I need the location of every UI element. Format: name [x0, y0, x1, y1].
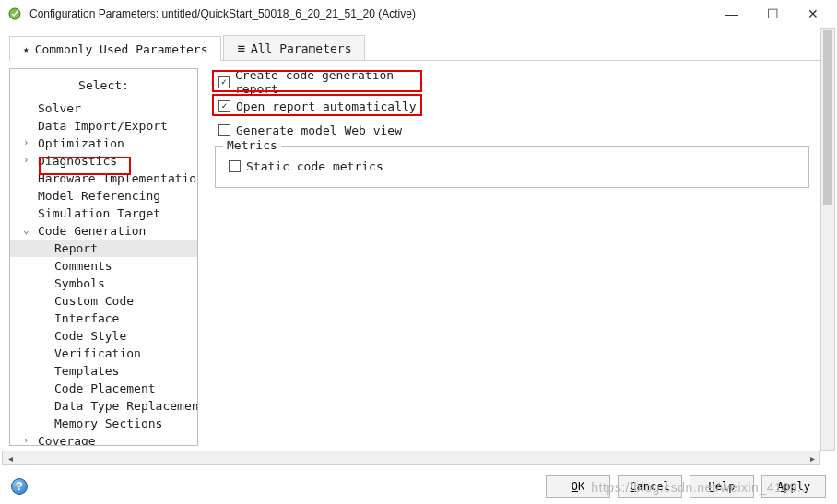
help-button[interactable]: Help: [690, 475, 754, 498]
checkbox-static-metrics[interactable]: [229, 160, 241, 172]
ok-button[interactable]: OK: [546, 475, 610, 498]
tree-item-label: Code Placement: [54, 381, 156, 395]
tree-item-label: Report: [54, 241, 98, 255]
horizontal-scrollbar[interactable]: ◂ ▸: [2, 451, 820, 465]
tree-item-label: Coverage: [38, 434, 96, 446]
scroll-thumb[interactable]: [823, 30, 832, 205]
checkbox-label: Create code generation report: [235, 68, 425, 96]
tree-item-code-placement[interactable]: Code Placement: [10, 380, 197, 397]
checkbox-create-report[interactable]: [218, 76, 230, 88]
window-title: Configuration Parameters: untitled/Quick…: [29, 7, 712, 20]
tree-item-model-referencing[interactable]: Model Referencing: [10, 187, 197, 205]
tree-item-custom-code[interactable]: Custom Code: [10, 292, 197, 310]
scroll-left-icon[interactable]: ◂: [3, 453, 18, 463]
scroll-right-icon[interactable]: ▸: [805, 453, 819, 463]
tree-item-label: Verification: [54, 346, 141, 360]
apply-button[interactable]: Apply: [761, 475, 826, 498]
sidebar-title: Select:: [10, 75, 197, 100]
tree-item-simulation-target[interactable]: Simulation Target: [10, 205, 197, 222]
chevron-right-icon: ›: [23, 434, 29, 446]
tree-item-memory-sections[interactable]: Memory Sections: [10, 415, 197, 432]
tree-item-label: Data Import/Export: [38, 119, 168, 133]
tree-item-label: Code Generation: [38, 224, 146, 238]
footer-bar: ? https://blog.csdn.net/weixin_4169... O…: [0, 469, 837, 504]
vertical-scrollbar[interactable]: [820, 28, 835, 451]
checkbox-open-report[interactable]: [218, 100, 230, 112]
tree-item-coverage[interactable]: ›Coverage: [10, 432, 197, 446]
tree-item-label: Optimization: [38, 136, 124, 150]
title-bar: Configuration Parameters: untitled/Quick…: [0, 0, 837, 28]
tree-item-verification[interactable]: Verification: [10, 345, 197, 362]
tree-item-code-generation[interactable]: ⌄Code Generation: [10, 222, 197, 240]
metrics-group: Metrics Static code metrics: [215, 146, 809, 188]
tree-item-label: Code Style: [54, 329, 126, 343]
tree-item-data-type-replacement[interactable]: Data Type Replacement: [10, 397, 197, 415]
app-icon: [7, 6, 22, 21]
body: Select: SolverData Import/Export›Optimiz…: [9, 68, 828, 446]
tree-item-optimization[interactable]: ›Optimization: [10, 135, 197, 152]
tree-item-label: Interface: [54, 311, 119, 325]
list-icon: ≡: [237, 41, 244, 54]
tree-item-diagnostics[interactable]: ›Diagnostics: [10, 152, 197, 170]
tree-item-hardware-implementation[interactable]: Hardware Implementation: [10, 170, 197, 187]
maximize-button[interactable]: ☐: [752, 1, 793, 27]
main-panel: Create code generation report Open repor…: [198, 68, 828, 446]
tab-strip: ★ Commonly Used Parameters ≡ All Paramet…: [9, 35, 828, 61]
tab-commonly-used[interactable]: ★ Commonly Used Parameters: [9, 36, 221, 61]
tab-label: Commonly Used Parameters: [35, 42, 208, 56]
cancel-button[interactable]: Cancel: [618, 475, 682, 498]
tree-item-label: Templates: [54, 364, 119, 378]
tree-item-comments[interactable]: Comments: [10, 257, 197, 275]
checkbox-gen-web[interactable]: [218, 124, 230, 136]
tree-item-label: Solver: [38, 101, 81, 115]
minimize-button[interactable]: —: [712, 1, 752, 27]
checkbox-open-report-row[interactable]: Open report automatically: [215, 96, 425, 116]
tree-item-label: Diagnostics: [38, 154, 117, 168]
tree-item-solver[interactable]: Solver: [10, 100, 197, 117]
tree-item-label: Comments: [54, 259, 112, 273]
checkbox-create-report-row[interactable]: Create code generation report: [215, 72, 425, 92]
tree-item-label: Hardware Implementation: [38, 171, 198, 185]
chevron-right-icon: ›: [23, 154, 29, 166]
chevron-down-icon: ⌄: [23, 224, 29, 236]
checkbox-gen-web-row[interactable]: Generate model Web view: [215, 120, 828, 140]
tree-item-code-style[interactable]: Code Style: [10, 327, 197, 345]
star-icon: ★: [23, 43, 29, 55]
category-tree: Select: SolverData Import/Export›Optimiz…: [9, 68, 198, 446]
tree-item-templates[interactable]: Templates: [10, 362, 197, 380]
tab-label: All Parameters: [251, 41, 352, 55]
close-button[interactable]: ✕: [793, 1, 833, 27]
help-icon[interactable]: ?: [11, 478, 28, 495]
tree-item-label: Data Type Replacement: [54, 399, 198, 413]
tree-item-symbols[interactable]: Symbols: [10, 275, 197, 292]
checkbox-label: Static code metrics: [246, 159, 383, 173]
tab-all-parameters[interactable]: ≡ All Parameters: [223, 35, 365, 60]
tree-item-label: Memory Sections: [54, 416, 162, 430]
tree-item-label: Custom Code: [54, 294, 134, 308]
tree-item-report[interactable]: Report: [10, 240, 197, 257]
tree-item-label: Symbols: [54, 276, 105, 290]
checkbox-static-metrics-row[interactable]: Static code metrics: [225, 156, 799, 176]
tree-item-label: Simulation Target: [38, 206, 160, 220]
tree-item-interface[interactable]: Interface: [10, 310, 197, 327]
tree-item-label: Model Referencing: [38, 189, 160, 203]
checkbox-label: Generate model Web view: [236, 123, 402, 137]
checkbox-label: Open report automatically: [236, 100, 417, 113]
chevron-right-icon: ›: [23, 136, 29, 148]
tree-item-data-import-export[interactable]: Data Import/Export: [10, 117, 197, 135]
metrics-legend: Metrics: [223, 138, 281, 152]
